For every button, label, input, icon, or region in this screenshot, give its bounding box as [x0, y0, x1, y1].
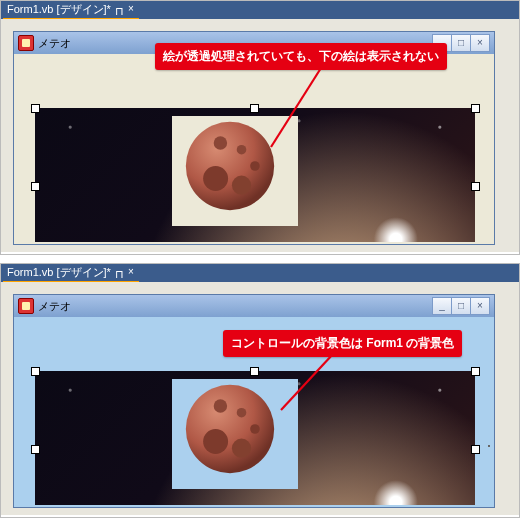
- screenshot-panel-top: Form1.vb [デザイン]* ⊓ × メテオ _ □ ×: [0, 0, 520, 255]
- svg-point-5: [250, 161, 260, 171]
- moon-icon: [182, 381, 278, 477]
- selection-handle-w[interactable]: [31, 182, 40, 191]
- selection-handle-e[interactable]: [471, 445, 480, 454]
- form-icon: [18, 35, 34, 51]
- pin-icon[interactable]: ⊓: [115, 5, 123, 13]
- selection-handle-n[interactable]: [250, 104, 259, 113]
- close-icon[interactable]: ×: [127, 268, 135, 276]
- moon-picturebox[interactable]: [172, 116, 298, 226]
- form-title-text: メテオ: [38, 299, 71, 314]
- callout-bottom: コントロールの背景色は Form1 の背景色: [223, 330, 462, 357]
- ide-tab-label: Form1.vb [デザイン]*: [7, 265, 111, 280]
- close-icon[interactable]: ×: [127, 5, 135, 13]
- svg-point-11: [237, 408, 247, 418]
- svg-point-8: [203, 429, 228, 454]
- selection-handle-n[interactable]: [250, 367, 259, 376]
- maximize-button[interactable]: □: [451, 297, 471, 315]
- selection-handle-w[interactable]: [31, 445, 40, 454]
- svg-point-0: [186, 122, 274, 210]
- moon-icon: [182, 118, 278, 214]
- ide-tab-bar: Form1.vb [デザイン]* ⊓ ×: [1, 264, 519, 282]
- ide-tab-form1[interactable]: Form1.vb [デザイン]* ⊓ ×: [3, 1, 139, 20]
- callout-top: 絵が透過処理されていても、下の絵は表示されない: [155, 43, 447, 70]
- svg-point-7: [186, 385, 274, 473]
- selection-handle-ne[interactable]: [471, 367, 480, 376]
- svg-point-4: [237, 145, 247, 155]
- designer-surface[interactable]: メテオ _ □ ×: [1, 282, 519, 515]
- grid-dot: [488, 445, 490, 447]
- callout-top-text: 絵が透過処理されていても、下の絵は表示されない: [163, 49, 439, 63]
- svg-point-1: [203, 166, 228, 191]
- svg-point-9: [232, 439, 251, 458]
- moon-picturebox[interactable]: [172, 379, 298, 489]
- minimize-button[interactable]: _: [432, 297, 452, 315]
- pin-icon[interactable]: ⊓: [115, 268, 123, 276]
- ide-tab-form1[interactable]: Form1.vb [デザイン]* ⊓ ×: [3, 264, 139, 283]
- svg-point-10: [214, 399, 227, 412]
- form-client-area[interactable]: [14, 54, 494, 242]
- svg-point-3: [214, 136, 227, 149]
- svg-point-12: [250, 424, 260, 434]
- svg-point-2: [232, 176, 251, 195]
- selection-handle-e[interactable]: [471, 182, 480, 191]
- selection-handle-ne[interactable]: [471, 104, 480, 113]
- ide-tab-label: Form1.vb [デザイン]*: [7, 2, 111, 17]
- maximize-button[interactable]: □: [451, 34, 471, 52]
- window-buttons: _ □ ×: [432, 297, 490, 315]
- selection-handle-nw[interactable]: [31, 367, 40, 376]
- selection-handle-nw[interactable]: [31, 104, 40, 113]
- screenshot-panel-bottom: Form1.vb [デザイン]* ⊓ × メテオ _ □ ×: [0, 263, 520, 518]
- close-button[interactable]: ×: [470, 297, 490, 315]
- form-title-text: メテオ: [38, 36, 71, 51]
- close-button[interactable]: ×: [470, 34, 490, 52]
- callout-bottom-text: コントロールの背景色は Form1 の背景色: [231, 336, 454, 350]
- form-window[interactable]: メテオ _ □ ×: [13, 294, 495, 508]
- designer-surface[interactable]: メテオ _ □ ×: [1, 19, 519, 252]
- form-icon: [18, 298, 34, 314]
- form-titlebar[interactable]: メテオ _ □ ×: [14, 295, 494, 317]
- ide-tab-bar: Form1.vb [デザイン]* ⊓ ×: [1, 1, 519, 19]
